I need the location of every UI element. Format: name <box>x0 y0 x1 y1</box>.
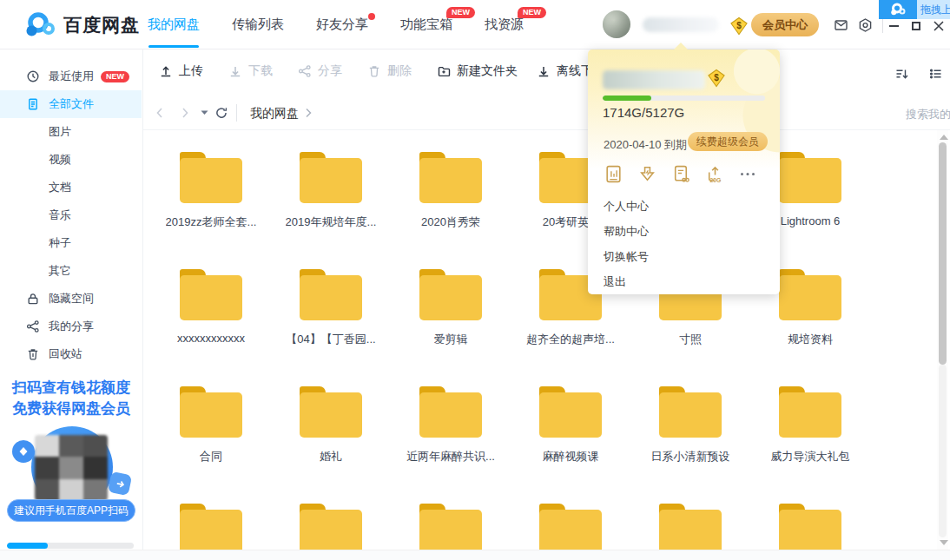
folder-item[interactable]: 2019zz老师全套... <box>151 152 271 269</box>
sidebar-item-torrents[interactable]: 种子 <box>0 229 142 257</box>
mail-icon[interactable] <box>834 18 848 32</box>
upload-quota-icon[interactable]: 20G <box>705 164 725 184</box>
trash-icon <box>367 64 381 78</box>
drag-upload-tab[interactable]: 拖拽上 <box>879 0 950 19</box>
promo-scan-button[interactable]: 建议用手机百度APP扫码 <box>7 499 135 522</box>
new-folder-button[interactable]: 新建文件夹 <box>437 63 518 79</box>
folder-label: 爱剪辑 <box>434 332 468 347</box>
file-area: 2019zz老师全套... 2019年规培年度... 2020肖秀荣 20考研英… <box>143 130 936 550</box>
renew-svip-button[interactable]: 续费超级会员 <box>688 132 768 151</box>
folder-item[interactable] <box>151 504 271 550</box>
folder-item[interactable] <box>630 504 750 550</box>
folder-label: 近两年麻醉共识... <box>406 449 495 464</box>
qr-code-blurred <box>35 435 108 501</box>
list-view-icon[interactable] <box>928 67 943 81</box>
folder-item[interactable]: 2019年规培年度... <box>271 152 391 269</box>
tab-transfer-list[interactable]: 传输列表 <box>232 16 284 33</box>
main-nav: 我的网盘 传输列表 好友分享 功能宝箱 NEW 找资源 NEW <box>148 0 524 49</box>
tab-toolbox[interactable]: 功能宝箱 NEW <box>400 16 452 33</box>
username-blurred[interactable] <box>643 17 719 32</box>
close-button[interactable] <box>932 19 946 33</box>
membership-expire-text: 2020-04-10 到期 <box>604 137 687 153</box>
sidebar-item-documents[interactable]: 文档 <box>0 174 142 201</box>
member-center-button[interactable]: 会员中心 <box>751 13 819 36</box>
svg-text:20G: 20G <box>709 177 721 183</box>
upload-button[interactable]: 上传 <box>159 63 203 79</box>
scroll-up-arrow[interactable] <box>940 135 948 140</box>
user-menu-item[interactable]: 退出 <box>588 269 780 294</box>
refresh-icon[interactable] <box>214 106 228 120</box>
sidebar-item-hidden-space[interactable]: 隐藏空间 <box>0 285 142 313</box>
scrollbar-track <box>939 365 947 537</box>
folder-item[interactable] <box>750 504 870 550</box>
settings-gear-icon[interactable] <box>858 18 873 32</box>
folder-item[interactable]: 日系小清新预设 <box>630 386 750 504</box>
more-actions-icon[interactable] <box>739 164 756 184</box>
sidebar-item-recent[interactable]: 最近使用 NEW <box>0 63 142 90</box>
search-input[interactable] <box>906 103 950 124</box>
scroll-down-arrow[interactable] <box>940 540 948 545</box>
share-button[interactable]: 分享 <box>298 63 342 79</box>
folder-item[interactable]: xxxxxxxxxxxx <box>151 269 271 386</box>
folder-item[interactable]: 麻醉视频课 <box>511 386 630 504</box>
folder-label: Lightroom 6 <box>781 214 841 227</box>
folder-icon <box>180 386 242 438</box>
upload-icon <box>159 64 173 78</box>
sidebar-item-all-files[interactable]: 全部文件 <box>0 90 142 118</box>
sort-order-icon[interactable] <box>894 67 909 81</box>
tab-friend-share[interactable]: 好友分享 <box>316 16 368 33</box>
user-avatar[interactable] <box>603 10 630 38</box>
folder-icon <box>779 386 841 438</box>
folder-item[interactable] <box>271 504 391 550</box>
folder-icon <box>539 386 602 438</box>
speed-download-icon[interactable] <box>637 164 657 184</box>
notification-dot <box>368 13 375 20</box>
folder-icon <box>300 269 362 320</box>
scrollbar-thumb[interactable] <box>939 142 947 365</box>
share-icon <box>26 320 40 333</box>
forward-button[interactable] <box>178 106 192 120</box>
folder-item[interactable] <box>511 504 630 550</box>
user-menu-item[interactable]: 切换帐号 <box>588 244 780 269</box>
arrow-badge-icon <box>108 471 132 496</box>
folder-item[interactable]: 合同 <box>151 386 271 504</box>
sidebar-item-pictures[interactable]: 图片 <box>0 118 142 146</box>
folder-item[interactable]: 2020肖秀荣 <box>391 152 511 269</box>
breadcrumb-root[interactable]: 我的网盘 <box>250 106 299 122</box>
folder-icon <box>419 269 482 320</box>
user-menu-item[interactable]: 帮助中心 <box>588 219 780 244</box>
drag-tab-label: 拖拽上 <box>917 0 950 19</box>
user-menu-item[interactable]: 个人中心 <box>588 194 780 219</box>
folder-item[interactable]: 婚礼 <box>271 386 391 504</box>
folder-icon <box>419 504 482 550</box>
download-button[interactable]: 下载 <box>228 63 273 79</box>
delete-button[interactable]: 删除 <box>367 63 412 79</box>
maximize-button[interactable] <box>909 19 923 33</box>
document-infinity-icon[interactable] <box>671 164 691 184</box>
crumb-divider <box>236 104 237 122</box>
sidebar-item-videos[interactable]: 视频 <box>0 146 142 174</box>
tab-my-drive[interactable]: 我的网盘 <box>148 16 200 33</box>
folder-label: 规培资料 <box>788 332 833 347</box>
history-dropdown-icon[interactable] <box>201 110 208 115</box>
folder-item[interactable] <box>391 504 511 550</box>
folder-item[interactable]: 近两年麻醉共识... <box>391 386 511 504</box>
drag-tab-logo-icon <box>879 0 917 19</box>
folder-item[interactable]: 【04】【丁香园... <box>271 269 391 386</box>
quota-progress-bar <box>603 96 765 101</box>
folder-item[interactable]: 爱剪辑 <box>391 269 511 386</box>
sidebar-item-recycle-bin[interactable]: 回收站 <box>0 340 142 368</box>
folder-label: xxxxxxxxxxxx <box>177 332 245 345</box>
sidebar-item-music[interactable]: 音乐 <box>0 201 142 229</box>
folder-item[interactable]: 威力导演大礼包 <box>750 386 870 504</box>
new-badge: NEW <box>101 71 129 82</box>
sidebar-item-my-shares[interactable]: 我的分享 <box>0 313 142 340</box>
folder-icon <box>539 504 602 550</box>
storage-card-icon[interactable] <box>604 164 623 184</box>
sidebar-progress-fill <box>7 543 48 549</box>
back-button[interactable] <box>153 106 167 120</box>
sidebar-item-others[interactable]: 其它 <box>0 257 142 285</box>
clock-icon <box>26 69 40 83</box>
tab-find-resources[interactable]: 找资源 NEW <box>485 16 524 33</box>
minimize-button[interactable] <box>887 19 901 33</box>
